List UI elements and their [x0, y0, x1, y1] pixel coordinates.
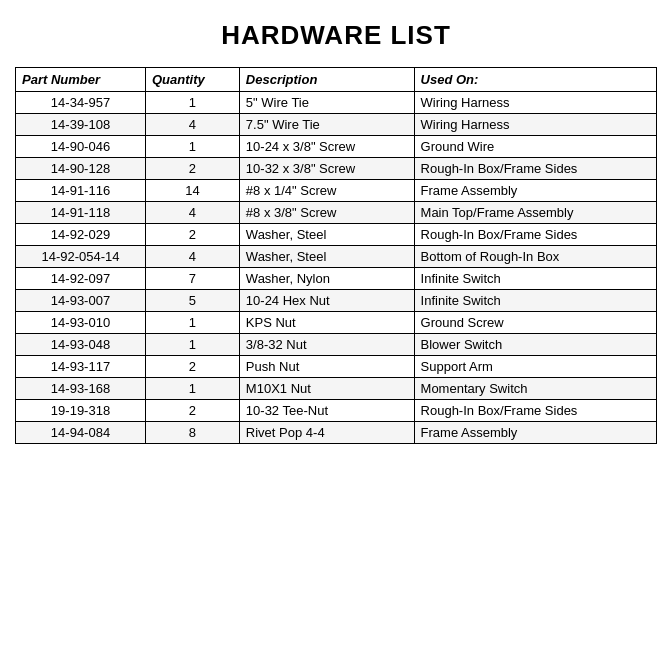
cell-used-on: Main Top/Frame Assembly: [414, 202, 656, 224]
cell-part-number: 14-93-048: [16, 334, 146, 356]
header-description: Description: [239, 68, 414, 92]
cell-used-on: Frame Assembly: [414, 180, 656, 202]
cell-used-on: Wiring Harness: [414, 92, 656, 114]
cell-quantity: 1: [146, 334, 240, 356]
cell-used-on: Rough-In Box/Frame Sides: [414, 158, 656, 180]
cell-quantity: 1: [146, 312, 240, 334]
cell-quantity: 5: [146, 290, 240, 312]
table-row: 14-34-95715" Wire TieWiring Harness: [16, 92, 657, 114]
cell-quantity: 2: [146, 158, 240, 180]
cell-used-on: Bottom of Rough-In Box: [414, 246, 656, 268]
cell-part-number: 14-90-046: [16, 136, 146, 158]
cell-quantity: 2: [146, 224, 240, 246]
cell-part-number: 14-93-168: [16, 378, 146, 400]
cell-quantity: 1: [146, 136, 240, 158]
cell-quantity: 4: [146, 246, 240, 268]
cell-description: 10-32 Tee-Nut: [239, 400, 414, 422]
cell-quantity: 4: [146, 114, 240, 136]
table-row: 14-90-128210-32 x 3/8" ScrewRough-In Box…: [16, 158, 657, 180]
cell-description: Push Nut: [239, 356, 414, 378]
table-row: 14-92-054-144Washer, SteelBottom of Roug…: [16, 246, 657, 268]
page-title: HARDWARE LIST: [221, 20, 451, 51]
table-row: 14-39-10847.5" Wire TieWiring Harness: [16, 114, 657, 136]
cell-description: 3/8-32 Nut: [239, 334, 414, 356]
cell-used-on: Ground Screw: [414, 312, 656, 334]
cell-used-on: Blower Switch: [414, 334, 656, 356]
cell-part-number: 14-91-118: [16, 202, 146, 224]
cell-quantity: 8: [146, 422, 240, 444]
cell-part-number: 14-90-128: [16, 158, 146, 180]
cell-part-number: 14-94-084: [16, 422, 146, 444]
cell-part-number: 14-93-010: [16, 312, 146, 334]
table-row: 14-93-04813/8-32 NutBlower Switch: [16, 334, 657, 356]
cell-quantity: 14: [146, 180, 240, 202]
header-part-number: Part Number: [16, 68, 146, 92]
cell-part-number: 14-92-054-14: [16, 246, 146, 268]
cell-description: Rivet Pop 4-4: [239, 422, 414, 444]
cell-description: 10-24 x 3/8" Screw: [239, 136, 414, 158]
table-row: 14-91-1184#8 x 3/8" ScrewMain Top/Frame …: [16, 202, 657, 224]
hardware-table: Part Number Quantity Description Used On…: [15, 67, 657, 444]
cell-description: #8 x 1/4" Screw: [239, 180, 414, 202]
cell-description: 7.5" Wire Tie: [239, 114, 414, 136]
header-used-on: Used On:: [414, 68, 656, 92]
table-row: 19-19-318210-32 Tee-NutRough-In Box/Fram…: [16, 400, 657, 422]
table-row: 14-94-0848Rivet Pop 4-4Frame Assembly: [16, 422, 657, 444]
table-row: 14-90-046110-24 x 3/8" ScrewGround Wire: [16, 136, 657, 158]
table-row: 14-93-1172Push NutSupport Arm: [16, 356, 657, 378]
cell-quantity: 2: [146, 356, 240, 378]
cell-description: Washer, Nylon: [239, 268, 414, 290]
cell-part-number: 14-92-029: [16, 224, 146, 246]
cell-used-on: Infinite Switch: [414, 268, 656, 290]
table-row: 14-93-007510-24 Hex NutInfinite Switch: [16, 290, 657, 312]
cell-description: Washer, Steel: [239, 246, 414, 268]
cell-description: 10-32 x 3/8" Screw: [239, 158, 414, 180]
cell-quantity: 4: [146, 202, 240, 224]
table-row: 14-92-0977Washer, NylonInfinite Switch: [16, 268, 657, 290]
cell-description: M10X1 Nut: [239, 378, 414, 400]
cell-used-on: Infinite Switch: [414, 290, 656, 312]
cell-part-number: 14-39-108: [16, 114, 146, 136]
table-row: 14-91-11614#8 x 1/4" ScrewFrame Assembly: [16, 180, 657, 202]
cell-used-on: Momentary Switch: [414, 378, 656, 400]
cell-used-on: Rough-In Box/Frame Sides: [414, 400, 656, 422]
cell-part-number: 14-34-957: [16, 92, 146, 114]
cell-quantity: 1: [146, 378, 240, 400]
cell-description: Washer, Steel: [239, 224, 414, 246]
table-row: 14-93-0101KPS NutGround Screw: [16, 312, 657, 334]
cell-quantity: 7: [146, 268, 240, 290]
cell-quantity: 1: [146, 92, 240, 114]
cell-description: 10-24 Hex Nut: [239, 290, 414, 312]
cell-quantity: 2: [146, 400, 240, 422]
cell-part-number: 19-19-318: [16, 400, 146, 422]
cell-part-number: 14-92-097: [16, 268, 146, 290]
table-header-row: Part Number Quantity Description Used On…: [16, 68, 657, 92]
table-row: 14-92-0292Washer, SteelRough-In Box/Fram…: [16, 224, 657, 246]
cell-used-on: Ground Wire: [414, 136, 656, 158]
header-quantity: Quantity: [146, 68, 240, 92]
cell-used-on: Support Arm: [414, 356, 656, 378]
table-row: 14-93-1681M10X1 NutMomentary Switch: [16, 378, 657, 400]
cell-used-on: Frame Assembly: [414, 422, 656, 444]
cell-description: 5" Wire Tie: [239, 92, 414, 114]
cell-part-number: 14-93-007: [16, 290, 146, 312]
cell-part-number: 14-93-117: [16, 356, 146, 378]
cell-used-on: Wiring Harness: [414, 114, 656, 136]
cell-description: KPS Nut: [239, 312, 414, 334]
cell-description: #8 x 3/8" Screw: [239, 202, 414, 224]
cell-part-number: 14-91-116: [16, 180, 146, 202]
cell-used-on: Rough-In Box/Frame Sides: [414, 224, 656, 246]
